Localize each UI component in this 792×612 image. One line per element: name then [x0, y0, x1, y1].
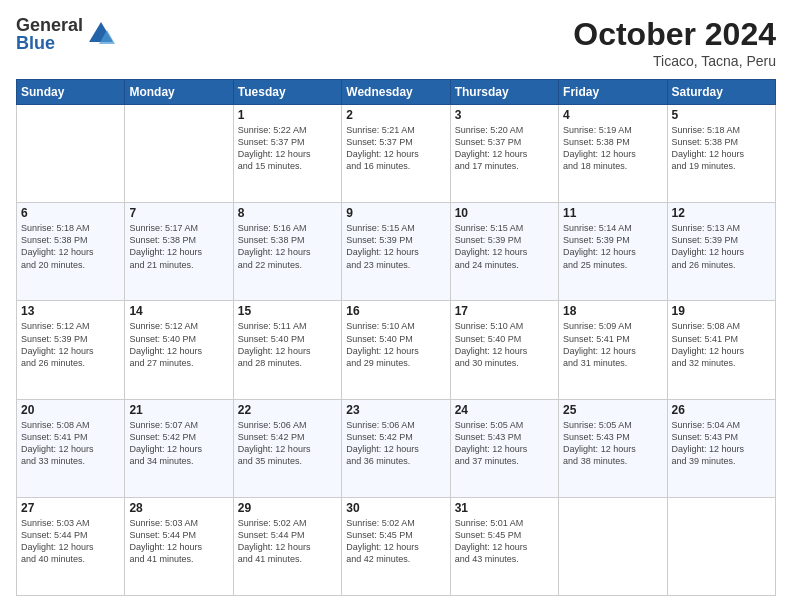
calendar-cell: 13Sunrise: 5:12 AM Sunset: 5:39 PM Dayli… [17, 301, 125, 399]
day-number: 4 [563, 108, 662, 122]
calendar-cell: 23Sunrise: 5:06 AM Sunset: 5:42 PM Dayli… [342, 399, 450, 497]
day-number: 17 [455, 304, 554, 318]
calendar-cell: 11Sunrise: 5:14 AM Sunset: 5:39 PM Dayli… [559, 203, 667, 301]
day-info: Sunrise: 5:05 AM Sunset: 5:43 PM Dayligh… [455, 419, 554, 468]
day-info: Sunrise: 5:03 AM Sunset: 5:44 PM Dayligh… [21, 517, 120, 566]
calendar-week-5: 27Sunrise: 5:03 AM Sunset: 5:44 PM Dayli… [17, 497, 776, 595]
calendar-table: SundayMondayTuesdayWednesdayThursdayFrid… [16, 79, 776, 596]
day-info: Sunrise: 5:11 AM Sunset: 5:40 PM Dayligh… [238, 320, 337, 369]
calendar-cell: 4Sunrise: 5:19 AM Sunset: 5:38 PM Daylig… [559, 105, 667, 203]
calendar-week-4: 20Sunrise: 5:08 AM Sunset: 5:41 PM Dayli… [17, 399, 776, 497]
day-number: 28 [129, 501, 228, 515]
day-info: Sunrise: 5:20 AM Sunset: 5:37 PM Dayligh… [455, 124, 554, 173]
day-info: Sunrise: 5:21 AM Sunset: 5:37 PM Dayligh… [346, 124, 445, 173]
calendar-week-2: 6Sunrise: 5:18 AM Sunset: 5:38 PM Daylig… [17, 203, 776, 301]
calendar-cell [667, 497, 775, 595]
calendar-cell: 31Sunrise: 5:01 AM Sunset: 5:45 PM Dayli… [450, 497, 558, 595]
calendar-cell [17, 105, 125, 203]
day-info: Sunrise: 5:02 AM Sunset: 5:45 PM Dayligh… [346, 517, 445, 566]
day-number: 23 [346, 403, 445, 417]
day-info: Sunrise: 5:07 AM Sunset: 5:42 PM Dayligh… [129, 419, 228, 468]
day-info: Sunrise: 5:12 AM Sunset: 5:39 PM Dayligh… [21, 320, 120, 369]
day-number: 31 [455, 501, 554, 515]
calendar-cell [125, 105, 233, 203]
weekday-header-tuesday: Tuesday [233, 80, 341, 105]
calendar-cell: 21Sunrise: 5:07 AM Sunset: 5:42 PM Dayli… [125, 399, 233, 497]
day-number: 21 [129, 403, 228, 417]
day-info: Sunrise: 5:04 AM Sunset: 5:43 PM Dayligh… [672, 419, 771, 468]
day-number: 6 [21, 206, 120, 220]
day-info: Sunrise: 5:18 AM Sunset: 5:38 PM Dayligh… [672, 124, 771, 173]
calendar-cell: 15Sunrise: 5:11 AM Sunset: 5:40 PM Dayli… [233, 301, 341, 399]
logo-general: General [16, 16, 83, 34]
day-info: Sunrise: 5:15 AM Sunset: 5:39 PM Dayligh… [455, 222, 554, 271]
day-number: 5 [672, 108, 771, 122]
day-info: Sunrise: 5:17 AM Sunset: 5:38 PM Dayligh… [129, 222, 228, 271]
page: General Blue October 2024 Ticaco, Tacna,… [0, 0, 792, 612]
day-number: 2 [346, 108, 445, 122]
calendar-cell: 5Sunrise: 5:18 AM Sunset: 5:38 PM Daylig… [667, 105, 775, 203]
day-number: 19 [672, 304, 771, 318]
calendar-cell: 6Sunrise: 5:18 AM Sunset: 5:38 PM Daylig… [17, 203, 125, 301]
calendar-cell: 24Sunrise: 5:05 AM Sunset: 5:43 PM Dayli… [450, 399, 558, 497]
day-info: Sunrise: 5:13 AM Sunset: 5:39 PM Dayligh… [672, 222, 771, 271]
day-info: Sunrise: 5:03 AM Sunset: 5:44 PM Dayligh… [129, 517, 228, 566]
day-number: 7 [129, 206, 228, 220]
day-info: Sunrise: 5:05 AM Sunset: 5:43 PM Dayligh… [563, 419, 662, 468]
calendar-cell: 9Sunrise: 5:15 AM Sunset: 5:39 PM Daylig… [342, 203, 450, 301]
day-number: 24 [455, 403, 554, 417]
day-number: 11 [563, 206, 662, 220]
day-number: 26 [672, 403, 771, 417]
location-subtitle: Ticaco, Tacna, Peru [573, 53, 776, 69]
header: General Blue October 2024 Ticaco, Tacna,… [16, 16, 776, 69]
calendar-cell: 2Sunrise: 5:21 AM Sunset: 5:37 PM Daylig… [342, 105, 450, 203]
logo: General Blue [16, 16, 115, 52]
day-info: Sunrise: 5:08 AM Sunset: 5:41 PM Dayligh… [672, 320, 771, 369]
calendar-week-1: 1Sunrise: 5:22 AM Sunset: 5:37 PM Daylig… [17, 105, 776, 203]
day-number: 22 [238, 403, 337, 417]
day-info: Sunrise: 5:06 AM Sunset: 5:42 PM Dayligh… [238, 419, 337, 468]
weekday-header-row: SundayMondayTuesdayWednesdayThursdayFrid… [17, 80, 776, 105]
day-number: 10 [455, 206, 554, 220]
day-number: 30 [346, 501, 445, 515]
day-number: 14 [129, 304, 228, 318]
day-info: Sunrise: 5:09 AM Sunset: 5:41 PM Dayligh… [563, 320, 662, 369]
day-info: Sunrise: 5:10 AM Sunset: 5:40 PM Dayligh… [346, 320, 445, 369]
day-number: 8 [238, 206, 337, 220]
day-info: Sunrise: 5:16 AM Sunset: 5:38 PM Dayligh… [238, 222, 337, 271]
weekday-header-sunday: Sunday [17, 80, 125, 105]
day-info: Sunrise: 5:01 AM Sunset: 5:45 PM Dayligh… [455, 517, 554, 566]
calendar-cell: 22Sunrise: 5:06 AM Sunset: 5:42 PM Dayli… [233, 399, 341, 497]
calendar-week-3: 13Sunrise: 5:12 AM Sunset: 5:39 PM Dayli… [17, 301, 776, 399]
day-info: Sunrise: 5:18 AM Sunset: 5:38 PM Dayligh… [21, 222, 120, 271]
calendar-cell: 10Sunrise: 5:15 AM Sunset: 5:39 PM Dayli… [450, 203, 558, 301]
day-info: Sunrise: 5:14 AM Sunset: 5:39 PM Dayligh… [563, 222, 662, 271]
calendar-cell: 30Sunrise: 5:02 AM Sunset: 5:45 PM Dayli… [342, 497, 450, 595]
day-info: Sunrise: 5:15 AM Sunset: 5:39 PM Dayligh… [346, 222, 445, 271]
logo-blue: Blue [16, 34, 83, 52]
day-info: Sunrise: 5:08 AM Sunset: 5:41 PM Dayligh… [21, 419, 120, 468]
calendar-cell [559, 497, 667, 595]
calendar-cell: 3Sunrise: 5:20 AM Sunset: 5:37 PM Daylig… [450, 105, 558, 203]
calendar-cell: 29Sunrise: 5:02 AM Sunset: 5:44 PM Dayli… [233, 497, 341, 595]
calendar-cell: 26Sunrise: 5:04 AM Sunset: 5:43 PM Dayli… [667, 399, 775, 497]
day-number: 12 [672, 206, 771, 220]
month-title: October 2024 [573, 16, 776, 53]
calendar-cell: 28Sunrise: 5:03 AM Sunset: 5:44 PM Dayli… [125, 497, 233, 595]
calendar-cell: 1Sunrise: 5:22 AM Sunset: 5:37 PM Daylig… [233, 105, 341, 203]
calendar-cell: 17Sunrise: 5:10 AM Sunset: 5:40 PM Dayli… [450, 301, 558, 399]
day-info: Sunrise: 5:02 AM Sunset: 5:44 PM Dayligh… [238, 517, 337, 566]
day-number: 13 [21, 304, 120, 318]
day-info: Sunrise: 5:19 AM Sunset: 5:38 PM Dayligh… [563, 124, 662, 173]
calendar-cell: 7Sunrise: 5:17 AM Sunset: 5:38 PM Daylig… [125, 203, 233, 301]
calendar-cell: 14Sunrise: 5:12 AM Sunset: 5:40 PM Dayli… [125, 301, 233, 399]
day-info: Sunrise: 5:12 AM Sunset: 5:40 PM Dayligh… [129, 320, 228, 369]
day-info: Sunrise: 5:10 AM Sunset: 5:40 PM Dayligh… [455, 320, 554, 369]
calendar-cell: 18Sunrise: 5:09 AM Sunset: 5:41 PM Dayli… [559, 301, 667, 399]
title-section: October 2024 Ticaco, Tacna, Peru [573, 16, 776, 69]
weekday-header-saturday: Saturday [667, 80, 775, 105]
calendar-cell: 16Sunrise: 5:10 AM Sunset: 5:40 PM Dayli… [342, 301, 450, 399]
logo-icon [87, 20, 115, 48]
calendar-cell: 19Sunrise: 5:08 AM Sunset: 5:41 PM Dayli… [667, 301, 775, 399]
weekday-header-wednesday: Wednesday [342, 80, 450, 105]
